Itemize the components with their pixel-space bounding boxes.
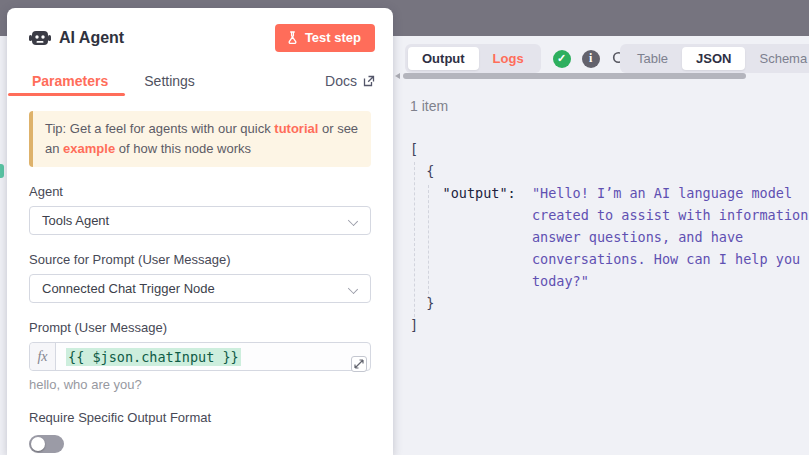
chevron-down-icon [349, 285, 358, 294]
active-tab-underline [8, 93, 125, 96]
node-settings-panel: AI Agent Test step Parameters Settings D… [7, 8, 393, 455]
horizontal-scrollbar[interactable] [403, 73, 746, 79]
prompt-expression-field[interactable]: fx {{ $json.chatInput }} [29, 342, 371, 371]
external-link-icon [363, 75, 375, 87]
view-mode-switch: Table JSON Schema [620, 44, 809, 73]
json-code-line: answer questions, and have [410, 226, 809, 248]
source-field-label: Source for Prompt (User Message) [29, 252, 371, 267]
json-code-line: created to assist with information, [410, 204, 809, 226]
json-code-line: } [410, 292, 809, 314]
json-output-view[interactable]: [ { "output": "Hello! I’m an AI language… [410, 138, 809, 368]
parameters-body: Tip: Get a feel for agents with our quic… [7, 94, 393, 453]
tab-table[interactable]: Table [623, 47, 682, 70]
tab-output[interactable]: Output [408, 47, 479, 70]
scrollbar-left-arrow[interactable] [395, 73, 400, 79]
json-code-line: [ [410, 138, 809, 160]
expression-token: {{ $json.chatInput }} [66, 348, 241, 366]
panel-tabs: Parameters Settings Docs [7, 58, 393, 94]
output-logs-switch: Output Logs [405, 44, 541, 73]
docs-label: Docs [325, 73, 357, 89]
tip-text-suffix: of how this node works [115, 141, 251, 156]
expand-icon [354, 359, 364, 369]
json-code-line: ] [410, 314, 809, 336]
json-code-line: today?" [410, 270, 809, 292]
json-code-line: { [410, 160, 809, 182]
items-count: 1 item [410, 98, 448, 114]
agent-select[interactable]: Tools Agent [29, 206, 371, 235]
tutorial-link[interactable]: tutorial [274, 121, 318, 136]
test-step-button[interactable]: Test step [275, 24, 375, 52]
chevron-down-icon [349, 217, 358, 226]
prompt-field-label: Prompt (User Message) [29, 320, 371, 335]
test-step-label: Test step [305, 30, 361, 45]
tab-parameters[interactable]: Parameters [32, 73, 108, 89]
agent-select-value: Tools Agent [42, 213, 109, 228]
docs-link[interactable]: Docs [325, 73, 375, 89]
tab-logs[interactable]: Logs [479, 47, 538, 70]
prompt-source-value: Connected Chat Trigger Node [42, 281, 215, 296]
canvas-connector-sliver [0, 164, 4, 178]
expand-expression-button[interactable] [351, 356, 367, 372]
flask-icon [287, 31, 298, 44]
panel-header: AI Agent Test step [7, 8, 393, 58]
tab-schema[interactable]: Schema [745, 47, 809, 70]
prompt-source-select[interactable]: Connected Chat Trigger Node [29, 274, 371, 303]
info-icon[interactable]: i [582, 50, 600, 68]
prompt-expression-input[interactable]: {{ $json.chatInput }} [56, 343, 251, 370]
output-panel-header: Output Logs ✓ i [405, 44, 629, 73]
agent-field-label: Agent [29, 184, 371, 199]
example-link[interactable]: example [63, 141, 115, 156]
node-title: AI Agent [59, 29, 275, 47]
prompt-resolved-hint: hello, who are you? [29, 377, 371, 392]
robot-icon [29, 29, 51, 47]
toggle-knob [31, 437, 45, 451]
success-check-icon: ✓ [553, 50, 571, 68]
tab-settings[interactable]: Settings [144, 73, 195, 89]
json-code-line: conversations. How can I help you [410, 248, 809, 270]
tab-json[interactable]: JSON [682, 47, 745, 70]
run-status-icons: ✓ i [553, 50, 629, 68]
tip-text: Tip: Get a feel for agents with our quic… [45, 121, 274, 136]
json-code-line: "output": "Hello! I’m an AI language mod… [410, 182, 809, 204]
tip-callout: Tip: Get a feel for agents with our quic… [29, 111, 371, 167]
output-format-label: Require Specific Output Format [29, 410, 371, 425]
fx-badge: fx [30, 343, 56, 370]
output-format-toggle[interactable] [29, 435, 64, 453]
